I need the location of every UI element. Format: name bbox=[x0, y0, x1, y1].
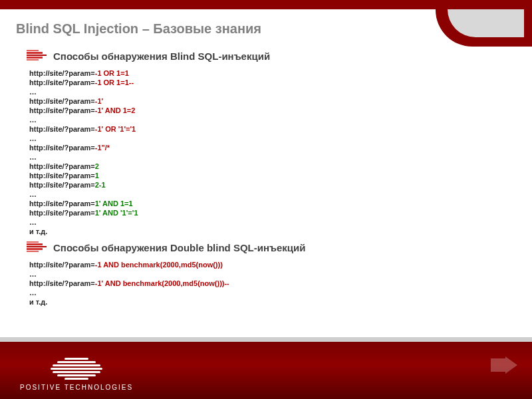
code-payload: -1' bbox=[95, 97, 103, 105]
code-payload: -1' AND 1=2 bbox=[95, 106, 136, 114]
code-prefix: http://site/?param= bbox=[29, 69, 95, 77]
code-text: … bbox=[29, 116, 37, 124]
code-line: http://site/?param=-1 AND benchmark(2000… bbox=[29, 260, 516, 269]
code-prefix: http://site/?param= bbox=[29, 78, 95, 86]
section-double-blind: Способы обнаружения Double blind SQL-инъ… bbox=[27, 241, 516, 307]
section-heading-row: Способы обнаружения Double blind SQL-инъ… bbox=[27, 241, 516, 253]
code-line: http://site/?param=1' AND 1=1 bbox=[29, 199, 516, 208]
code-line: http://site/?param=-1"/* bbox=[29, 143, 516, 152]
code-line: … bbox=[29, 152, 516, 162]
code-payload: 2 bbox=[95, 162, 99, 170]
code-prefix: http://site/?param= bbox=[29, 261, 95, 269]
code-line: … bbox=[29, 217, 516, 227]
code-prefix: http://site/?param= bbox=[29, 97, 95, 105]
code-text: и т.д. bbox=[29, 298, 47, 306]
code-text: и т.д. bbox=[29, 227, 47, 235]
code-line: http://site/?param=-1' AND benchmark(200… bbox=[29, 279, 516, 288]
section-heading-row: Способы обнаружения Blind SQL-инъекций bbox=[27, 50, 516, 62]
corner-ornament bbox=[436, 0, 532, 47]
svg-rect-6 bbox=[27, 243, 43, 245]
code-prefix: http://site/?param= bbox=[29, 144, 95, 152]
flag-icon bbox=[27, 241, 47, 253]
flag-icon bbox=[27, 50, 47, 62]
code-line: http://site/?param=1 bbox=[29, 171, 516, 180]
code-payload: -1 OR 1=1 bbox=[95, 69, 129, 77]
code-payload: -1 OR 1=1-- bbox=[95, 78, 134, 86]
code-prefix: http://site/?param= bbox=[29, 172, 95, 180]
code-line: … bbox=[29, 269, 516, 279]
code-line: http://site/?param=-1' OR '1'='1 bbox=[29, 124, 516, 134]
code-payload: -1' OR '1'='1 bbox=[95, 125, 136, 133]
code-block-1: http://site/?param=-1 OR 1=1http://site/… bbox=[29, 68, 516, 236]
slide-body: Blind SQL Injection – Базовые знания Спо… bbox=[0, 9, 532, 307]
section-title: Способы обнаружения Blind SQL-инъекций bbox=[53, 51, 270, 62]
code-text: … bbox=[29, 88, 37, 96]
code-payload: -1 AND benchmark(2000,md5(now())) bbox=[95, 261, 223, 269]
code-payload: -1"/* bbox=[95, 144, 110, 152]
code-payload: 1 bbox=[95, 172, 99, 180]
svg-rect-1 bbox=[27, 52, 43, 54]
next-arrow-icon[interactable] bbox=[491, 356, 517, 376]
code-line: http://site/?param=-1' bbox=[29, 96, 516, 106]
svg-rect-2 bbox=[27, 57, 43, 59]
code-line: http://site/?param=-1' AND 1=2 bbox=[29, 106, 516, 115]
code-line: … bbox=[29, 115, 516, 124]
svg-rect-5 bbox=[27, 246, 47, 247]
code-line: … bbox=[29, 288, 516, 297]
code-prefix: http://site/?param= bbox=[29, 209, 95, 217]
svg-rect-0 bbox=[27, 55, 47, 56]
code-text: … bbox=[29, 270, 37, 278]
footer-bar: POSITIVE TECHNOLOGIES bbox=[0, 340, 532, 399]
code-line: http://site/?param=2-1 bbox=[29, 180, 516, 190]
code-line: … bbox=[29, 190, 516, 199]
brand-name: POSITIVE TECHNOLOGIES bbox=[20, 384, 133, 391]
svg-rect-9 bbox=[27, 251, 39, 252]
code-prefix: http://site/?param= bbox=[29, 181, 95, 189]
code-prefix: http://site/?param= bbox=[29, 106, 95, 114]
code-line: … bbox=[29, 87, 516, 96]
code-text: … bbox=[29, 153, 37, 161]
code-line: и т.д. bbox=[29, 227, 516, 236]
svg-rect-3 bbox=[27, 50, 39, 51]
logo-stripes-icon bbox=[51, 358, 102, 380]
code-prefix: http://site/?param= bbox=[29, 162, 95, 170]
code-prefix: http://site/?param= bbox=[29, 200, 95, 207]
code-prefix: http://site/?param= bbox=[29, 125, 95, 133]
section-title: Способы обнаружения Double blind SQL-инъ… bbox=[53, 242, 305, 253]
code-text: … bbox=[29, 190, 37, 198]
code-line: http://site/?param=-1 OR 1=1-- bbox=[29, 78, 516, 87]
brand-logo: POSITIVE TECHNOLOGIES bbox=[20, 358, 133, 391]
code-block-2: http://site/?param=-1 AND benchmark(2000… bbox=[29, 260, 516, 307]
code-line: http://site/?param=-1 OR 1=1 bbox=[29, 68, 516, 78]
code-prefix: http://site/?param= bbox=[29, 279, 95, 287]
code-payload: -1' AND benchmark(2000,md5(now()))-- bbox=[95, 279, 229, 287]
svg-rect-4 bbox=[27, 59, 39, 61]
svg-rect-7 bbox=[27, 248, 43, 250]
code-line: и т.д. bbox=[29, 297, 516, 307]
code-text: … bbox=[29, 218, 37, 226]
code-line: http://site/?param=2 bbox=[29, 162, 516, 171]
code-text: … bbox=[29, 289, 37, 297]
svg-marker-10 bbox=[491, 356, 517, 374]
code-payload: 1' AND '1'='1 bbox=[95, 209, 138, 217]
code-payload: 2-1 bbox=[95, 181, 106, 189]
svg-rect-8 bbox=[27, 241, 39, 243]
code-payload: 1' AND 1=1 bbox=[95, 200, 133, 207]
code-text: … bbox=[29, 134, 37, 142]
code-line: http://site/?param=1' AND '1'='1 bbox=[29, 208, 516, 217]
section-blind: Способы обнаружения Blind SQL-инъекций h… bbox=[27, 50, 516, 236]
code-line: … bbox=[29, 134, 516, 143]
